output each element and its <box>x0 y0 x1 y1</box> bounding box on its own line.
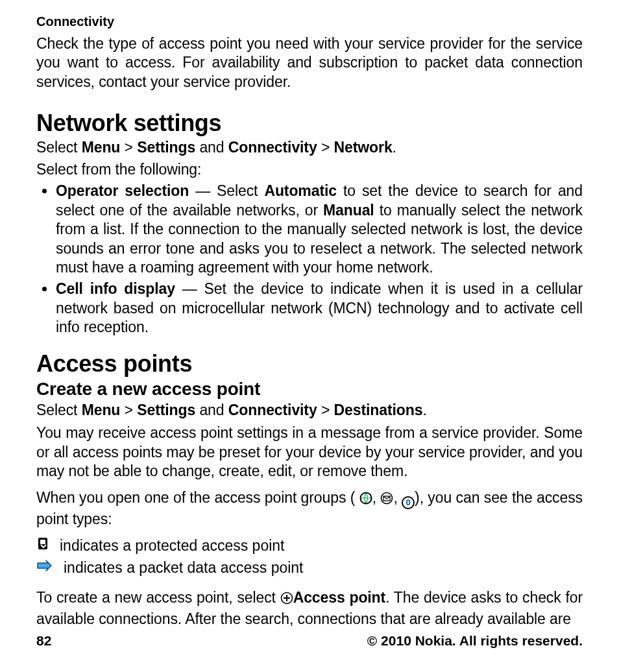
text: > <box>120 139 137 156</box>
protected-icon <box>36 536 51 556</box>
protected-ap-text: indicates a protected access point <box>60 536 284 556</box>
create-access-point-subheading: Create a new access point <box>36 379 583 400</box>
document-page: Connectivity Check the type of access po… <box>0 0 619 672</box>
text: — Select <box>189 182 264 199</box>
access-point-label: Access point <box>293 589 385 606</box>
network-label: Network <box>334 139 393 156</box>
packet-ap-text: indicates a packet data access point <box>64 558 304 578</box>
destinations-label: Destinations <box>334 402 423 418</box>
add-access-point-icon <box>280 590 293 609</box>
operator-selection-title: Operator selection <box>56 182 189 199</box>
text: and <box>195 139 228 156</box>
text: > <box>317 139 334 156</box>
packet-ap-line: indicates a packet data access point <box>36 558 583 578</box>
network-settings-path: Select Menu > Settings and Connectivity … <box>36 138 583 157</box>
mms-icon <box>380 490 393 509</box>
access-points-path: Select Menu > Settings and Connectivity … <box>36 401 583 420</box>
globe-icon <box>359 490 372 509</box>
text: When you open one of the access point gr… <box>36 489 355 506</box>
text: Select <box>36 402 82 418</box>
svg-point-2 <box>382 493 393 504</box>
text: . <box>393 139 396 156</box>
access-points-heading: Access points <box>36 350 583 378</box>
menu-label: Menu <box>82 139 121 156</box>
create-ap-paragraph: To create a new access point, select Acc… <box>36 588 583 629</box>
connectivity-label: Connectivity <box>228 402 317 418</box>
settings-label: Settings <box>137 402 195 418</box>
manual-label: Manual <box>323 202 374 219</box>
settings-label: Settings <box>137 139 195 156</box>
access-points-groups-line: When you open one of the access point gr… <box>36 488 583 529</box>
text: To create a new access point, select <box>36 589 280 606</box>
list-item: Operator selection — Select Automatic to… <box>56 182 583 277</box>
text: > <box>120 402 137 418</box>
network-options-list: Operator selection — Select Automatic to… <box>36 182 583 337</box>
page-number: 82 <box>36 633 51 649</box>
text: . <box>422 402 426 418</box>
automatic-label: Automatic <box>264 182 337 199</box>
text: > <box>317 402 334 418</box>
text: and <box>195 402 228 418</box>
svg-rect-5 <box>40 540 45 544</box>
operator-icon: 0 <box>402 496 415 509</box>
page-footer: 82 © 2010 Nokia. All rights reserved. <box>36 633 583 649</box>
protected-ap-line: indicates a protected access point <box>36 536 583 556</box>
list-item: Cell info display — Set the device to in… <box>56 280 583 337</box>
menu-label: Menu <box>82 402 121 418</box>
network-settings-heading: Network settings <box>36 110 583 137</box>
connectivity-label: Connectivity <box>228 139 317 156</box>
intro-paragraph: Check the type of access point you need … <box>36 34 583 91</box>
access-points-para1: You may receive access point settings in… <box>36 424 583 481</box>
packet-data-icon <box>36 558 55 578</box>
text: Select <box>36 139 82 156</box>
select-following: Select from the following: <box>36 160 583 179</box>
copyright-text: © 2010 Nokia. All rights reserved. <box>367 633 583 649</box>
section-label: Connectivity <box>36 14 583 29</box>
cell-info-title: Cell info display <box>56 280 175 297</box>
